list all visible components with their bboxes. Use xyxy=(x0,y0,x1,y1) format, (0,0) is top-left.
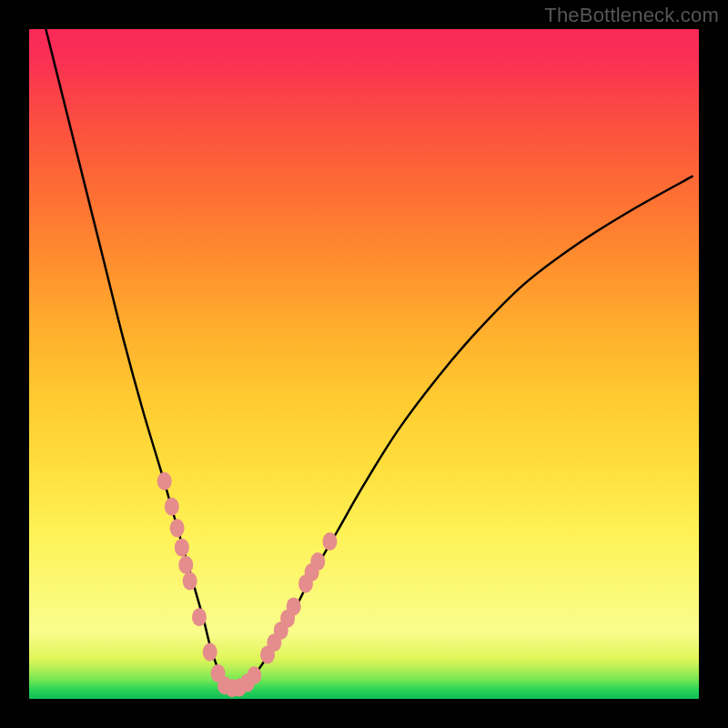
curve-dot xyxy=(165,498,179,516)
curve-dot xyxy=(157,472,172,490)
plot-area xyxy=(29,29,699,699)
curve-dot xyxy=(310,552,325,571)
curve-dot xyxy=(175,539,189,557)
curve-dot xyxy=(192,608,207,626)
curve-dot xyxy=(247,666,261,684)
curve-dot xyxy=(178,556,193,574)
curve-dot xyxy=(170,519,185,537)
chart-frame: TheBottleneck.com xyxy=(0,0,728,728)
watermark-text: TheBottleneck.com xyxy=(544,4,719,27)
curve-dots-group xyxy=(157,472,338,697)
curve-dot xyxy=(203,642,217,661)
bottleneck-curve xyxy=(43,29,693,690)
curve-dot xyxy=(322,532,337,551)
curve-svg xyxy=(29,29,699,699)
curve-dot xyxy=(183,571,197,590)
curve-dot xyxy=(287,597,301,615)
